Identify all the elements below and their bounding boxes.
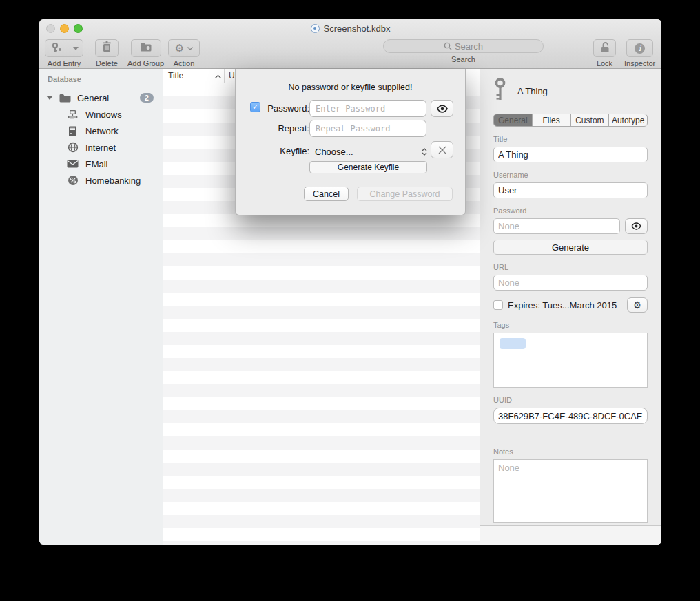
lock-button[interactable]: [593, 39, 616, 57]
expires-row: Expires: Tues...March 2015 ⚙: [493, 297, 648, 313]
inspector-tabs: General Files Custom Autotype: [493, 114, 648, 127]
new-password-field[interactable]: [309, 100, 426, 117]
uuid-field[interactable]: [493, 408, 648, 424]
tags-box[interactable]: [493, 333, 648, 388]
change-password-button[interactable]: Change Password: [357, 187, 453, 201]
inspector-label: Inspector: [624, 59, 655, 67]
sidebar-item-label: General: [77, 93, 140, 103]
password-label: Password:: [262, 103, 309, 114]
repeat-label: Repeat:: [262, 123, 309, 134]
sidebar-item-label: Internet: [85, 143, 116, 153]
show-password-button[interactable]: [625, 218, 648, 234]
titlebar[interactable]: Screenshot.kdbx: [39, 19, 661, 37]
windows-network-icon: [67, 109, 79, 120]
search-label: Search: [451, 55, 475, 63]
key-plus-icon: [45, 39, 68, 57]
expires-settings-button[interactable]: ⚙: [627, 297, 648, 313]
sidebar-item-homebanking[interactable]: Homebanking: [39, 172, 163, 189]
keyfile-popup-value: Choose...: [315, 147, 353, 157]
key-icon: [493, 78, 507, 105]
show-password-button[interactable]: [431, 100, 453, 117]
action-item: ⚙ Action: [168, 39, 200, 67]
sidebar-item-network[interactable]: Network: [39, 123, 163, 139]
sidebar-section-header: Database: [48, 75, 163, 83]
inspector-item: i Inspector: [624, 39, 655, 67]
tab-files[interactable]: Files: [533, 114, 571, 126]
trash-icon: [102, 41, 112, 55]
add-entry-dropdown[interactable]: [68, 39, 83, 57]
password-checkbox[interactable]: ✓: [250, 102, 260, 112]
add-group-button[interactable]: [131, 39, 161, 57]
generate-keyfile-button[interactable]: Generate Keyfile: [309, 161, 427, 173]
entry-title: A Thing: [517, 86, 548, 96]
repeat-password-field[interactable]: [309, 120, 426, 137]
eye-icon: [436, 105, 449, 113]
notes-field-label: Notes: [493, 447, 648, 456]
column-header-title[interactable]: Title: [163, 69, 225, 83]
window-title: Screenshot.kdbx: [324, 23, 391, 34]
search-placeholder: Search: [455, 41, 483, 52]
disclosure-triangle-icon[interactable]: [46, 96, 53, 100]
cancel-button[interactable]: Cancel: [304, 187, 349, 201]
action-label: Action: [174, 59, 195, 67]
action-button[interactable]: ⚙: [168, 39, 200, 57]
tag-pill[interactable]: [500, 338, 526, 349]
chevron-down-icon: [187, 47, 193, 50]
delete-button[interactable]: [95, 39, 119, 57]
inspector-panel: A Thing General Files Custom Autotype Ti…: [480, 69, 661, 545]
expires-checkbox[interactable]: [493, 300, 503, 310]
url-field[interactable]: [493, 275, 648, 291]
uuid-field-label: UUID: [493, 396, 648, 404]
entry-header: A Thing: [493, 78, 648, 105]
lock-label: Lock: [597, 59, 612, 67]
macpass-window: Screenshot.kdbx: [39, 19, 661, 545]
inspector-button[interactable]: i: [626, 39, 653, 57]
sidebar-item-windows[interactable]: Windows: [39, 106, 163, 123]
info-icon: i: [635, 43, 645, 54]
add-entry-label: Add Entry: [48, 59, 81, 67]
change-password-sheet: No password or keyfile supplied! ✓ Passw…: [235, 69, 466, 215]
search-input[interactable]: Search: [383, 39, 544, 53]
inspector-footer: [480, 525, 661, 545]
add-group-label: Add Group: [127, 59, 164, 67]
sidebar-item-internet[interactable]: Internet: [39, 139, 163, 156]
globe-icon: [67, 142, 79, 154]
notes-field[interactable]: [493, 459, 648, 523]
sidebar-item-label: Network: [85, 126, 119, 136]
window-title-area: Screenshot.kdbx: [39, 19, 661, 37]
toolbar: Add Entry Delete: [39, 37, 661, 69]
sort-ascending-icon: [215, 71, 221, 81]
keyfile-popup[interactable]: Choose...: [315, 144, 427, 159]
document-icon: [311, 24, 320, 33]
tab-general[interactable]: General: [494, 114, 533, 126]
add-group-item: Add Group: [127, 39, 164, 67]
keyfile-label: Keyfile:: [262, 146, 309, 156]
add-entry-item: Add Entry: [45, 39, 83, 67]
tab-autotype[interactable]: Autotype: [609, 114, 647, 126]
add-entry-button[interactable]: [45, 39, 83, 57]
generate-password-button[interactable]: Generate: [493, 240, 648, 255]
sidebar-item-label: Windows: [85, 109, 122, 120]
entry-count-badge: 2: [140, 93, 154, 103]
username-field[interactable]: [493, 182, 648, 198]
server-icon: [67, 125, 79, 137]
clear-keyfile-button[interactable]: [431, 141, 453, 158]
tab-custom[interactable]: Custom: [571, 114, 610, 126]
delete-label: Delete: [96, 59, 118, 67]
gear-icon: ⚙: [175, 42, 184, 54]
search-icon: [444, 42, 452, 50]
title-field[interactable]: [493, 147, 648, 162]
sheet-message: No password or keyfile supplied!: [236, 83, 465, 92]
sidebar-item-email[interactable]: EMail: [39, 156, 163, 172]
lock-item: Lock: [593, 39, 616, 67]
delete-item: Delete: [95, 39, 119, 67]
url-field-label: URL: [493, 263, 648, 271]
password-field[interactable]: [493, 218, 620, 234]
popup-stepper-icon: [422, 148, 427, 156]
title-field-label: Title: [493, 135, 648, 143]
unlock-icon: [599, 41, 610, 56]
tags-field-label: Tags: [493, 321, 648, 329]
sidebar-item-label: Homebanking: [85, 176, 141, 186]
expires-label: Expires: Tues...March 2015: [508, 300, 622, 310]
sidebar-item-general[interactable]: General 2: [39, 89, 163, 106]
